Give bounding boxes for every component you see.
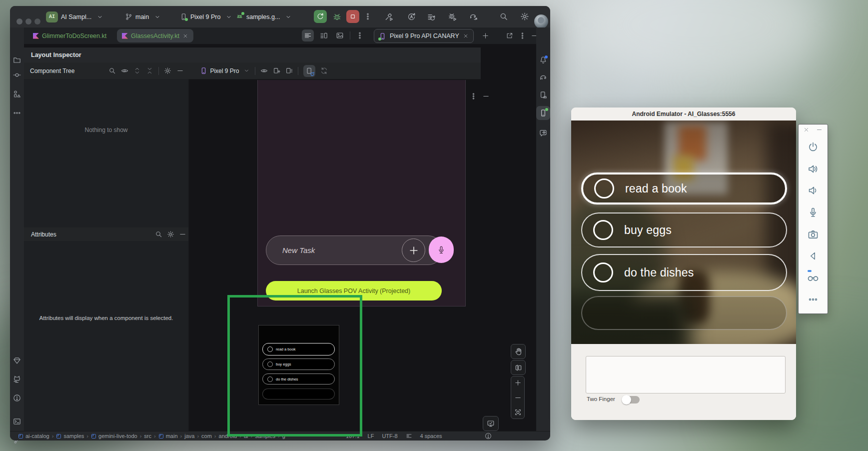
problems-icon[interactable] — [13, 394, 21, 402]
emulator-screen[interactable]: read a book buy eggs do the dishes — [571, 120, 796, 344]
stop-button[interactable] — [346, 10, 359, 23]
editor-more-options-icon[interactable] — [354, 30, 366, 42]
volume-down-icon[interactable] — [808, 185, 819, 196]
zoom-in-button[interactable] — [514, 379, 522, 386]
glasses-icon[interactable] — [807, 272, 819, 284]
indent-icon[interactable] — [406, 433, 412, 440]
todo-checkbox-circle[interactable] — [594, 178, 614, 198]
search-icon[interactable] — [108, 67, 116, 74]
toolbar-minimize-icon[interactable] — [816, 126, 823, 133]
breadcrumb-item[interactable]: main — [166, 433, 178, 439]
resource-manager-icon[interactable] — [13, 90, 21, 98]
user-avatar[interactable] — [534, 14, 548, 28]
inspector-hide-icon[interactable] — [482, 92, 490, 100]
attributes-gear-icon[interactable] — [167, 230, 174, 238]
add-task-button[interactable] — [402, 238, 425, 262]
toggle-overlay-eye-icon[interactable] — [260, 67, 268, 74]
mirrored-device-screen[interactable]: New Task Launch Glasses POV Activity (Pr… — [257, 80, 466, 306]
design-view-button[interactable] — [334, 30, 346, 42]
power-icon[interactable] — [808, 142, 819, 152]
attributes-hide-icon[interactable] — [179, 230, 186, 238]
snapshot-export-icon[interactable] — [273, 67, 280, 74]
device-pose-button[interactable] — [511, 360, 526, 375]
code-view-button[interactable] — [302, 30, 314, 42]
ui-check-button[interactable] — [483, 416, 499, 431]
problems-status-icon[interactable] — [485, 432, 492, 440]
inspector-device-selector[interactable]: Pixel 9 Pro — [200, 67, 250, 74]
attributes-search-icon[interactable] — [155, 230, 162, 238]
open-in-window-icon[interactable] — [506, 32, 513, 40]
split-view-button[interactable] — [318, 30, 330, 42]
build-run-tests-icon[interactable] — [385, 12, 393, 21]
panel-more-options-icon[interactable] — [519, 32, 526, 40]
pan-hand-button[interactable] — [511, 344, 526, 359]
apply-changes-restart-icon[interactable] — [407, 12, 416, 21]
inspector-more-options-icon[interactable] — [470, 92, 477, 100]
more-options-icon[interactable] — [364, 12, 372, 20]
breadcrumb-item[interactable]: samples — [63, 433, 84, 439]
logcat-icon[interactable] — [13, 375, 21, 383]
attach-debugger-icon[interactable] — [448, 12, 457, 21]
collapse-all-icon[interactable] — [146, 67, 153, 74]
zoom-button[interactable] — [34, 18, 40, 24]
microphone-icon[interactable] — [808, 207, 819, 218]
todo-checkbox-circle[interactable] — [593, 262, 613, 282]
settings-gear-icon[interactable] — [520, 12, 529, 21]
breadcrumb-item[interactable]: gemini-live-todo — [98, 433, 137, 439]
notifications-bell-icon[interactable] — [539, 56, 547, 64]
emulator-titlebar[interactable]: Android Emulator - AI_Glasses:5556 — [571, 108, 796, 121]
vcs-branch-widget[interactable]: main — [125, 6, 161, 28]
highlight-eye-icon[interactable] — [121, 67, 128, 74]
volume-up-icon[interactable] — [808, 164, 819, 174]
toolbar-close-icon[interactable] — [803, 126, 810, 133]
close-tab-icon[interactable] — [182, 33, 188, 39]
camera-icon[interactable] — [808, 229, 819, 240]
breadcrumb-item[interactable]: com — [201, 433, 212, 439]
todo-pill[interactable]: do the dishes — [581, 254, 787, 291]
indent-setting[interactable]: 4 spaces — [420, 433, 442, 439]
breadcrumb-item[interactable]: ai-catalog — [25, 433, 49, 439]
expand-all-icon[interactable] — [133, 67, 141, 74]
snapshot-list-icon[interactable] — [285, 67, 293, 74]
add-device-icon[interactable] — [482, 32, 489, 40]
line-separator[interactable]: LF — [368, 433, 374, 439]
app-inspection-diamond-icon[interactable] — [13, 356, 21, 364]
device-manager-icon[interactable] — [539, 91, 547, 99]
zoom-out-button[interactable] — [514, 394, 522, 402]
gradle-sync-icon[interactable] — [469, 12, 478, 21]
file-encoding[interactable]: UTF-8 — [382, 433, 397, 439]
more-options-icon[interactable] — [808, 294, 818, 304]
running-devices-tool-icon[interactable] — [539, 109, 547, 117]
device-selector-widget[interactable]: Pixel 9 Pro — [180, 6, 232, 28]
debug-button[interactable] — [333, 12, 341, 21]
todo-pill[interactable]: buy eggs — [581, 212, 787, 248]
project-widget[interactable]: AI AI Sampl... — [46, 6, 103, 28]
tab-glimmertodoscreen[interactable]: GlimmerToDoScreen.kt — [28, 29, 111, 42]
running-device-tab[interactable]: Pixel 9 Pro API CANARY — [374, 29, 474, 43]
minimize-button[interactable] — [25, 18, 31, 24]
run-config-widget[interactable]: samples.g... — [236, 6, 292, 28]
trackpad-input-area[interactable] — [586, 356, 786, 394]
apply-code-changes-icon[interactable] — [427, 12, 436, 21]
rerun-button[interactable] — [314, 10, 327, 23]
two-finger-toggle[interactable] — [623, 396, 640, 404]
project-tool-icon[interactable] — [13, 56, 21, 64]
voice-input-button[interactable] — [429, 236, 454, 263]
tab-glassesactivity[interactable]: GlassesActivity.kt — [117, 29, 193, 42]
todo-pill[interactable]: read a book — [581, 172, 787, 204]
back-icon[interactable] — [808, 251, 818, 261]
close-device-tab-icon[interactable] — [463, 33, 469, 39]
tree-settings-gear-icon[interactable] — [164, 67, 171, 74]
close-button[interactable] — [16, 18, 22, 24]
terminal-icon[interactable] — [13, 418, 21, 426]
more-tools-icon[interactable] — [13, 109, 21, 117]
gradle-tool-icon[interactable] — [539, 74, 547, 82]
tree-hide-icon[interactable] — [176, 67, 184, 74]
refresh-layout-icon[interactable] — [320, 67, 328, 74]
live-updates-toggle[interactable] — [303, 65, 315, 77]
todo-checkbox-circle[interactable] — [593, 220, 613, 240]
gemini-chat-icon[interactable] — [539, 129, 547, 137]
breadcrumb-item[interactable]: java — [184, 433, 194, 439]
search-everywhere-icon[interactable] — [499, 12, 508, 21]
commit-tool-icon[interactable] — [13, 71, 21, 79]
